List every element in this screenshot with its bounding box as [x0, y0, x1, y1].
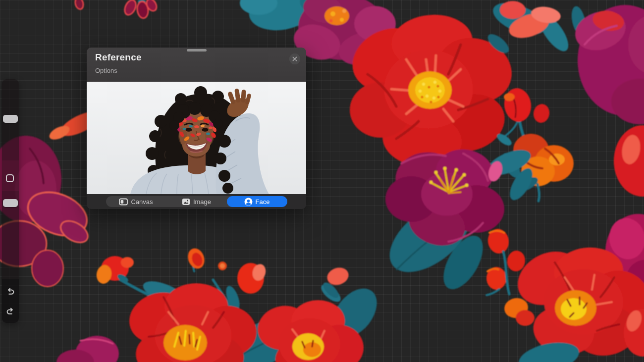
redo-button[interactable]	[4, 307, 16, 318]
tab-face-label: Face	[256, 198, 270, 206]
reference-panel: Reference Options	[87, 48, 306, 209]
brush-sidebar	[2, 79, 19, 323]
undo-button[interactable]	[4, 287, 16, 299]
tab-face[interactable]: Face	[227, 196, 287, 207]
tab-image[interactable]: Image	[166, 196, 227, 207]
procreate-canvas[interactable]: Reference Options	[0, 0, 644, 362]
close-button[interactable]	[289, 53, 300, 64]
undo-icon	[5, 287, 16, 298]
drag-handle[interactable]	[187, 49, 207, 52]
image-icon	[182, 198, 190, 206]
tab-image-label: Image	[193, 198, 211, 206]
reference-panel-header: Reference Options	[87, 48, 306, 82]
reference-photo[interactable]	[87, 82, 306, 194]
canvas-icon	[119, 198, 128, 206]
reference-panel-footer: Canvas Image	[87, 194, 306, 209]
brush-size-slider-handle[interactable]	[3, 115, 18, 123]
panel-title: Reference	[95, 52, 142, 63]
close-icon	[289, 53, 300, 64]
tab-canvas[interactable]: Canvas	[106, 196, 166, 207]
tab-canvas-label: Canvas	[131, 198, 153, 206]
redo-icon	[5, 307, 16, 317]
reference-mode-tabs: Canvas Image	[106, 196, 287, 207]
opacity-slider-handle[interactable]	[3, 199, 18, 207]
modify-button[interactable]	[6, 174, 14, 182]
face-icon	[244, 198, 253, 206]
options-button[interactable]: Options	[95, 67, 117, 74]
reference-photo-image	[87, 82, 306, 194]
